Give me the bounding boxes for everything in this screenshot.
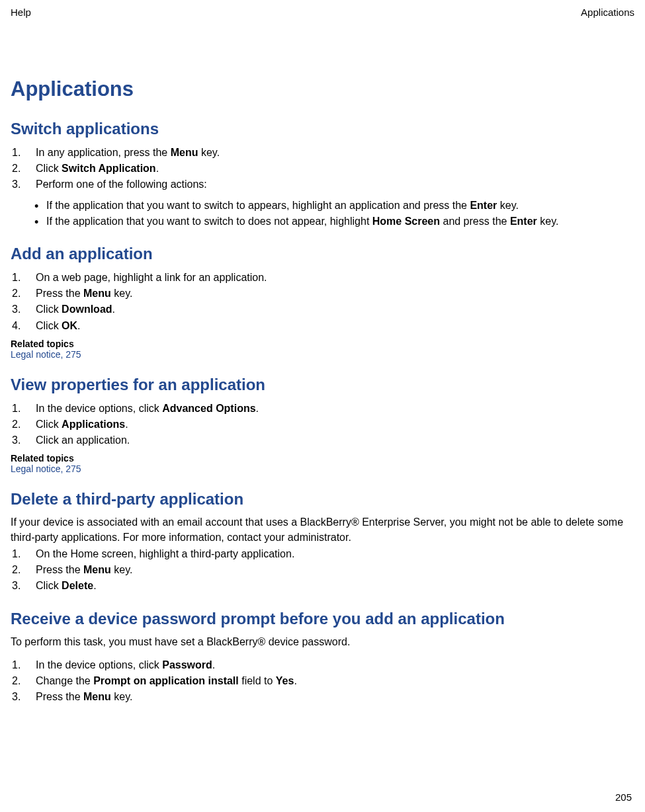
step-item: On a web page, highlight a link for an a… bbox=[11, 270, 634, 285]
steps-list: In the device options, click Advanced Op… bbox=[11, 401, 634, 448]
step-item: Press the Menu key. bbox=[11, 562, 634, 577]
header-bar: Help Applications bbox=[11, 7, 634, 18]
bullet-item: If the application that you want to swit… bbox=[11, 214, 634, 229]
step-text: On the Home screen, highlight a third-pa… bbox=[36, 548, 294, 559]
step-text: In the device options, click Password. bbox=[36, 659, 215, 670]
step-item: Press the Menu key. bbox=[11, 689, 634, 704]
step-item: Click an application. bbox=[11, 432, 634, 448]
section-heading: Receive a device password prompt before … bbox=[11, 610, 634, 628]
bold-text: Menu bbox=[83, 564, 111, 575]
section-heading: Switch applications bbox=[11, 120, 634, 138]
step-item: Press the Menu key. bbox=[11, 286, 634, 301]
bold-text: Menu bbox=[83, 691, 111, 702]
step-item: Click Applications. bbox=[11, 417, 634, 432]
step-item: In any application, press the Menu key. bbox=[11, 145, 634, 160]
step-text: Perform one of the following actions: bbox=[36, 179, 207, 190]
bold-text: Enter bbox=[470, 200, 497, 211]
bold-text: OK bbox=[62, 320, 77, 331]
step-text: Change the Prompt on application install… bbox=[36, 675, 297, 686]
bullet-item: If the application that you want to swit… bbox=[11, 198, 634, 213]
bold-text: Enter bbox=[510, 216, 537, 227]
step-item: Click OK. bbox=[11, 318, 634, 333]
step-item: Click Download. bbox=[11, 302, 634, 317]
step-text: Click an application. bbox=[36, 434, 130, 446]
bold-text: Applications bbox=[62, 419, 125, 430]
step-text: In the device options, click Advanced Op… bbox=[36, 403, 259, 414]
bullet-list: If the application that you want to swit… bbox=[11, 198, 634, 229]
bullet-text: If the application that you want to swit… bbox=[46, 216, 558, 227]
step-text: In any application, press the Menu key. bbox=[36, 147, 220, 158]
step-item: Change the Prompt on application install… bbox=[11, 673, 634, 688]
steps-list: On the Home screen, highlight a third-pa… bbox=[11, 546, 634, 594]
step-item: Click Switch Application. bbox=[11, 161, 634, 176]
step-text: Press the Menu key. bbox=[36, 288, 132, 299]
bold-text: Menu bbox=[171, 147, 198, 158]
bullet-text: If the application that you want to swit… bbox=[46, 200, 519, 211]
bold-text: Delete bbox=[62, 580, 93, 591]
section-intro: To perform this task, you must have set … bbox=[11, 635, 634, 649]
section-heading: View properties for an application bbox=[11, 376, 634, 394]
section-intro: If your device is associated with an ema… bbox=[11, 515, 634, 545]
step-text: On a web page, highlight a link for an a… bbox=[36, 272, 267, 283]
bold-text: Switch Application bbox=[62, 163, 156, 174]
steps-list: In the device options, click Password.Ch… bbox=[11, 657, 634, 705]
related-topics-link[interactable]: Legal notice, 275 bbox=[11, 464, 634, 474]
steps-list: In any application, press the Menu key.C… bbox=[11, 145, 634, 192]
step-text: Click Applications. bbox=[36, 419, 128, 430]
step-text: Click Delete. bbox=[36, 580, 97, 591]
related-topics-link[interactable]: Legal notice, 275 bbox=[11, 349, 634, 360]
page-title: Applications bbox=[11, 77, 634, 101]
bold-text: Menu bbox=[83, 288, 111, 299]
bold-text: Home Screen bbox=[372, 216, 440, 227]
bold-text: Password bbox=[162, 659, 212, 670]
header-right: Applications bbox=[581, 7, 634, 18]
step-item: In the device options, click Password. bbox=[11, 657, 634, 672]
bold-text: Yes bbox=[276, 675, 294, 686]
bold-text: Advanced Options bbox=[162, 403, 255, 414]
step-item: Click Delete. bbox=[11, 578, 634, 593]
bold-text: Download bbox=[62, 304, 112, 315]
page-number: 205 bbox=[615, 792, 632, 803]
section-heading: Delete a third-party application bbox=[11, 490, 634, 508]
step-text: Press the Menu key. bbox=[36, 564, 132, 575]
bold-text: Prompt on application install bbox=[93, 675, 239, 686]
step-text: Click Switch Application. bbox=[36, 163, 159, 174]
step-item: On the Home screen, highlight a third-pa… bbox=[11, 546, 634, 561]
header-left: Help bbox=[11, 7, 31, 18]
step-text: Press the Menu key. bbox=[36, 691, 132, 702]
related-topics-label: Related topics bbox=[11, 339, 634, 349]
step-item: Perform one of the following actions: bbox=[11, 177, 634, 192]
section-heading: Add an application bbox=[11, 245, 634, 263]
steps-list: On a web page, highlight a link for an a… bbox=[11, 270, 634, 333]
step-text: Click OK. bbox=[36, 320, 81, 331]
step-text: Click Download. bbox=[36, 304, 115, 315]
step-item: In the device options, click Advanced Op… bbox=[11, 401, 634, 416]
related-topics-label: Related topics bbox=[11, 453, 634, 464]
